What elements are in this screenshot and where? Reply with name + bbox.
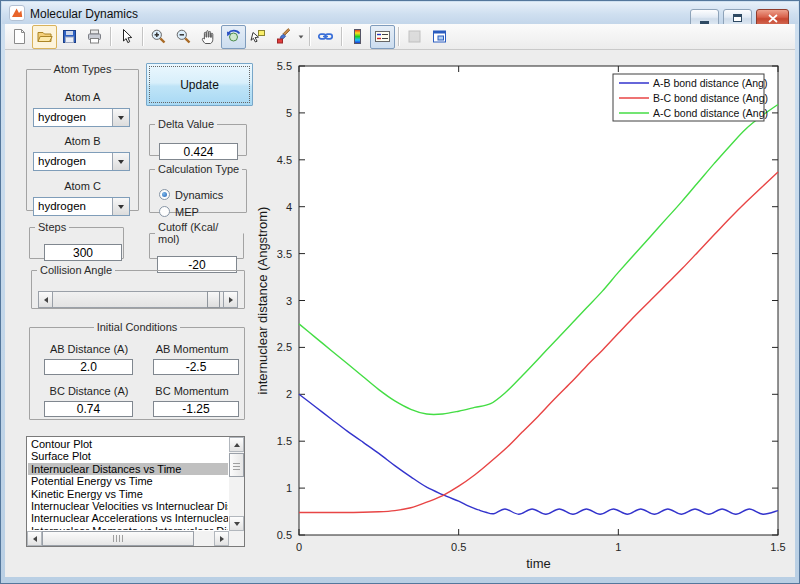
edit-plot-button[interactable] [114, 25, 139, 49]
ab-distance-field[interactable] [44, 359, 133, 375]
insert-legend-icon [374, 28, 391, 45]
listbox-items: Contour PlotSurface PlotInternuclear Dis… [28, 438, 228, 530]
ab-momentum-label: AB Momentum [144, 343, 240, 355]
chevron-down-icon [118, 205, 124, 209]
brush-data-icon [275, 28, 292, 45]
radio-mep-label: MEP [175, 206, 199, 218]
new-figure-icon [11, 28, 28, 45]
scroll-up-button[interactable] [229, 437, 244, 452]
link-plot-icon [317, 28, 334, 45]
bc-distance-field[interactable] [44, 401, 133, 417]
radio-dynamics[interactable]: Dynamics [159, 188, 223, 201]
zoom-in-button[interactable] [146, 25, 171, 49]
svg-text:2.5: 2.5 [277, 341, 292, 353]
x-axis-label: time [526, 556, 551, 571]
scroll-right-button[interactable] [214, 531, 229, 546]
zoom-out-icon [175, 28, 192, 45]
atom-a-label: Atom A [27, 91, 138, 103]
delta-value-title: Delta Value [155, 118, 217, 130]
data-cursor-icon [250, 28, 267, 45]
svg-text:5.5: 5.5 [277, 60, 292, 72]
y-axis-label: internuclear distance (Angstrom) [255, 207, 270, 395]
list-item[interactable]: Surface Plot [28, 450, 228, 462]
initial-conditions-panel: Initial Conditions AB Distance (A) AB Mo… [29, 321, 245, 420]
list-item[interactable]: Internuclear Accelerations vs Internucle… [28, 512, 228, 524]
arrow-down-icon [234, 522, 240, 526]
bc-momentum-label: BC Momentum [144, 385, 240, 397]
chevron-down-icon [118, 160, 124, 164]
delta-value-field[interactable] [159, 143, 238, 160]
print-figure-button[interactable] [82, 25, 107, 49]
plot-canvas: 00.511.50.511.522.533.544.555.5timeinter… [251, 51, 797, 577]
insert-legend-button[interactable] [370, 25, 395, 49]
list-item[interactable]: Contour Plot [28, 438, 228, 450]
atom-c-dropdown-button[interactable] [112, 198, 129, 215]
ab-momentum-field[interactable] [153, 359, 239, 375]
brush-dropdown-caret[interactable] [296, 26, 306, 48]
atom-a-dropdown-button[interactable] [112, 109, 129, 126]
hide-plot-tools-button[interactable] [402, 25, 427, 49]
steps-field[interactable] [44, 244, 122, 261]
list-item[interactable]: Kinetic Energy vs Time [28, 488, 228, 500]
atom-types-panel: Atom Types Atom A hydrogen Atom B hydrog… [26, 63, 139, 211]
svg-text:3.5: 3.5 [277, 248, 292, 260]
figure-toolbar [5, 24, 795, 50]
list-item[interactable]: Potential Energy vs Time [28, 475, 228, 487]
arrow-right-icon [229, 297, 233, 303]
atom-b-dropdown-button[interactable] [112, 153, 129, 170]
horizontal-scroll-thumb[interactable] [42, 531, 194, 546]
slider-left-arrow[interactable] [38, 291, 53, 308]
list-item[interactable]: Internuclear Velocities vs Internuclear … [28, 500, 228, 512]
scroll-left-button[interactable] [27, 531, 42, 546]
atom-b-dropdown[interactable]: hydrogen [33, 152, 130, 171]
insert-colorbar-button[interactable] [345, 25, 370, 49]
open-file-icon [36, 28, 53, 45]
vertical-scroll-thumb[interactable] [229, 453, 244, 477]
new-figure-button[interactable] [7, 25, 32, 49]
hide-plot-tools-icon [406, 28, 423, 45]
ab-distance-label: AB Distance (A) [34, 343, 144, 355]
print-figure-icon [86, 28, 103, 45]
update-button[interactable]: Update [146, 63, 253, 106]
radio-mep[interactable]: MEP [159, 205, 199, 218]
rotate-3d-button[interactable] [221, 25, 246, 49]
pan-button[interactable] [196, 25, 221, 49]
legend-entry-label: B-C bond distance (Ang) [653, 92, 768, 104]
save-figure-button[interactable] [57, 25, 82, 49]
plot-type-listbox[interactable]: Contour PlotSurface PlotInternuclear Dis… [26, 436, 245, 547]
atom-types-title: Atom Types [51, 63, 115, 75]
collision-angle-title: Collision Angle [37, 264, 115, 276]
scroll-down-button[interactable] [229, 516, 244, 531]
data-cursor-button[interactable] [246, 25, 271, 49]
arrow-up-icon [234, 443, 240, 447]
list-item[interactable]: Internuclear Distances vs Time [28, 463, 228, 475]
listbox-horizontal-scrollbar[interactable] [27, 531, 229, 546]
bc-momentum-field[interactable] [153, 401, 239, 417]
svg-text:1.5: 1.5 [277, 435, 292, 447]
cutoff-panel: Cutoff (Kcal/ mol) [149, 221, 244, 259]
steps-panel: Steps [29, 221, 124, 259]
thumb-grip [113, 535, 124, 542]
link-plot-button[interactable] [313, 25, 338, 49]
slider-thumb[interactable] [207, 291, 220, 308]
legend-entry-label: A-C bond distance (Ang) [653, 107, 768, 119]
atom-b-label: Atom B [27, 135, 138, 147]
collision-angle-panel: Collision Angle [31, 264, 245, 309]
show-plot-tools-dock-figure-button[interactable] [427, 25, 452, 49]
listbox-vertical-scrollbar[interactable] [229, 437, 244, 531]
chevron-down-icon [118, 116, 124, 120]
atom-c-value: hydrogen [38, 200, 86, 212]
list-item[interactable]: Internuclear Momenta vs Internuclear Dis… [28, 525, 228, 530]
zoom-out-button[interactable] [171, 25, 196, 49]
atom-a-dropdown[interactable]: hydrogen [33, 108, 130, 127]
arrow-right-icon [220, 536, 224, 542]
svg-text:2: 2 [286, 388, 292, 400]
brush-data-button[interactable] [271, 25, 296, 49]
atom-c-dropdown[interactable]: hydrogen [33, 197, 130, 216]
radio-dynamics-label: Dynamics [175, 189, 223, 201]
open-file-button[interactable] [32, 25, 57, 49]
collision-angle-slider[interactable] [38, 291, 238, 308]
slider-right-arrow[interactable] [223, 291, 238, 308]
title-bar[interactable]: Molecular Dynamics [2, 2, 798, 24]
plot-legend[interactable]: A-B bond distance (Ang)B-C bond distance… [613, 74, 768, 121]
